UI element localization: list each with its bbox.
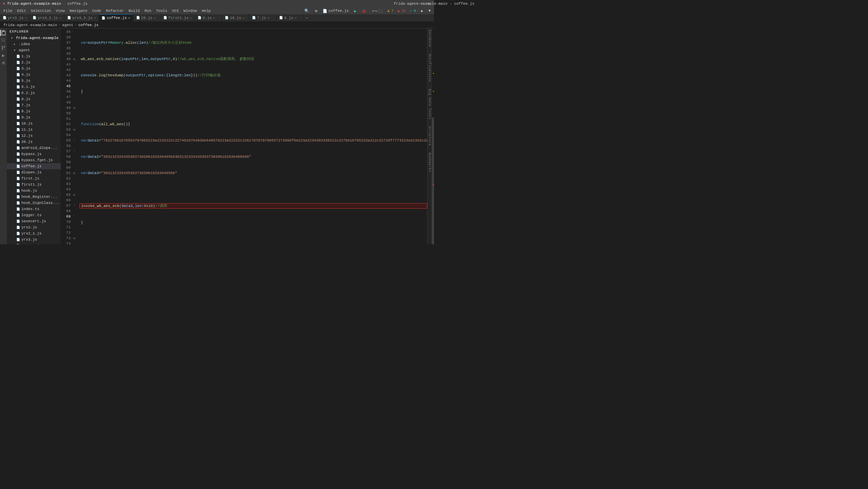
fold-arrow-61[interactable]: ⊟ (73, 171, 75, 175)
sidebar-item-11js[interactable]: 📄 11.js (7, 127, 61, 133)
menu-view[interactable]: View (54, 8, 67, 14)
run-button[interactable]: ▶ (352, 8, 359, 14)
tab-close-9[interactable]: ✕ (213, 16, 215, 20)
tab-close-yrx3[interactable]: ✕ (25, 16, 27, 20)
sidebar-item-hook[interactable]: 📄 hook.js (7, 188, 61, 194)
menu-help[interactable]: Help (200, 8, 213, 14)
settings-icon[interactable]: ⚙ (313, 8, 319, 14)
structure-label[interactable]: Structure (428, 126, 431, 146)
fold-arrow-40[interactable]: ⊟ (73, 57, 75, 61)
sidebar-item-first[interactable]: 📄 first.js (7, 175, 61, 182)
sidebar-item-20js[interactable]: 📄 20.js (7, 139, 61, 145)
toolbar-icons[interactable]: ↩↪⬛ (370, 8, 384, 14)
sidebar-item-hook-sign[interactable]: 📄 hook_SignClass... (7, 200, 61, 206)
fold-arrow-53[interactable]: ⊟ (73, 128, 75, 132)
menu-run[interactable]: Run (143, 8, 153, 14)
menu-code[interactable]: Code (90, 8, 103, 14)
tab-close-first1[interactable]: ✕ (190, 16, 192, 20)
sidebar-item-idea[interactable]: ▸ .idea (7, 41, 61, 47)
bookmarks-label[interactable]: Bookmarks (428, 153, 431, 172)
menu-window[interactable]: Window (181, 8, 199, 14)
code-content[interactable]: var outputPtr = Memory.alloc(len) //输出内存… (78, 29, 427, 244)
tab-overflow-menu[interactable]: ⋯ (304, 16, 310, 20)
code-editor[interactable]: 35 36 37 38 39 40 41 42 43 44 45 46 47 4… (61, 29, 434, 244)
sidebar-item-agent[interactable]: ▾ agent (7, 47, 61, 53)
fold-arrow-73[interactable]: ⊟ (73, 237, 75, 240)
run-debug-icon[interactable]: ▶ (0, 52, 6, 58)
menu-selection[interactable]: Selection (29, 8, 53, 14)
explorer-icon[interactable] (0, 30, 6, 36)
sidebar-item-9js[interactable]: 📄 9.js (7, 114, 61, 120)
tab-close-10[interactable]: ✕ (242, 16, 245, 20)
search-everywhere-icon[interactable]: 🔍 (302, 8, 311, 14)
tab-10[interactable]: 📄 10.js ✕ (222, 14, 249, 22)
sidebar-item-61js[interactable]: 📄 6.1.js (7, 84, 61, 90)
sidebar-item-bypass[interactable]: 📄 bypass.js (7, 151, 61, 157)
scrollbar-thumb[interactable] (432, 117, 434, 244)
sidebar-item-12js[interactable]: 📄 12.js (7, 133, 61, 139)
fold-arrow-49[interactable]: ⊟ (73, 106, 75, 110)
fold-arrow-65[interactable]: ⊟ (73, 193, 75, 197)
scrollbar[interactable] (431, 29, 434, 244)
tab-first1[interactable]: 📄 first1.js ✕ (161, 14, 195, 22)
collapse-icon[interactable]: ▼ (426, 8, 433, 14)
sidebar-item-yrx2-1[interactable]: 📄 yrx2_1.js (7, 230, 61, 237)
tab-close-yrx3_3[interactable]: ✕ (94, 16, 96, 20)
sidebar-item-savecert[interactable]: 📄 savecert.js (7, 218, 61, 224)
big-data-tools-label[interactable]: Big Data Tools (428, 89, 431, 119)
menu-build[interactable]: Build (127, 8, 142, 14)
sidebar-item-2js[interactable]: 📄 2.js (7, 59, 61, 65)
tab-9[interactable]: 📄 9.js ✕ (195, 14, 222, 22)
fold-end-67[interactable]: └ (73, 204, 75, 207)
tab-20[interactable]: 📄 20.js ✕ (133, 14, 161, 22)
tab-close-8[interactable]: ✕ (294, 16, 296, 20)
debug-button[interactable]: 🐞 (360, 8, 368, 14)
sidebar-item-index-ts[interactable]: 📄 index.ts (7, 206, 61, 212)
sidebar-item-3js[interactable]: 📄 3.js (7, 65, 61, 72)
tab-close-7[interactable]: ✕ (267, 16, 269, 20)
tab-close-20[interactable]: ✕ (154, 16, 156, 20)
sidebar-item-8js[interactable]: 📄 8.js (7, 108, 61, 114)
sidebar-item-first1[interactable]: 📄 first1.js (7, 182, 61, 188)
sidebar-item-coffee[interactable]: 📄 coffee.js (7, 163, 61, 169)
sidebar-item-logger-ts[interactable]: 📄 logger.ts (7, 212, 61, 218)
breadcrumb-file[interactable]: coffee.js (78, 23, 98, 27)
search-icon[interactable] (0, 37, 6, 43)
sidebar-item-5js[interactable]: 📄 5.js (7, 78, 61, 84)
sidebar-item-62js[interactable]: 📄 6.2.js (7, 90, 61, 96)
tab-8[interactable]: 📄 8.js ✕ (276, 14, 304, 22)
menu-tools[interactable]: Tools (154, 8, 169, 14)
sidebar-item-frida-agent[interactable]: ▾ frida-agent-example (7, 35, 61, 41)
fold-end-57[interactable]: └ (73, 150, 75, 153)
tab-yrx3_2[interactable]: 📄 yrx3_2.js ✕ (30, 14, 64, 22)
sidebar-item-bypass-fget[interactable]: 📄 bypass_fget.js (7, 157, 61, 163)
tab-close-coffee[interactable]: ✕ (128, 16, 130, 20)
sidebar-item-yrx2[interactable]: 📄 yrx2.js (7, 224, 61, 230)
notifications-label[interactable]: Notifications (428, 54, 431, 82)
menu-vcs[interactable]: VCS (170, 8, 181, 14)
sidebar-item-hook-register[interactable]: 📄 hook_Register... (7, 194, 61, 200)
fold-end-69[interactable]: └ (73, 215, 75, 218)
tab-yrx3[interactable]: 📄 yrx3.js ✕ (0, 14, 30, 22)
menu-file[interactable]: File (1, 8, 14, 14)
sidebar-item-10js[interactable]: 📄 10.js (7, 120, 61, 127)
tab-close-yrx3_2[interactable]: ✕ (59, 16, 61, 20)
menu-refactor[interactable]: Refactor (104, 8, 126, 14)
tab-7[interactable]: 📄 7.js ✕ (249, 14, 276, 22)
sidebar-item-yrx3-2[interactable]: 📄 yrx3_2.js (7, 243, 61, 244)
tab-coffee[interactable]: 📄 coffee.js ✕ (99, 14, 133, 22)
menu-edit[interactable]: Edit (15, 8, 28, 14)
sidebar-item-7js[interactable]: 📄 7.js (7, 102, 61, 108)
database-label[interactable]: Database (428, 30, 431, 47)
sidebar-item-4js[interactable]: 📄 4.js (7, 72, 61, 78)
breadcrumb-project[interactable]: frida-agent-example-main (3, 23, 57, 27)
sidebar-item-dlopen[interactable]: 📄 dlopen.js (7, 169, 61, 175)
sidebar-item-1js[interactable]: 📄 1.js (7, 53, 61, 59)
sidebar-item-android[interactable]: 📄 android_dlope... (7, 145, 61, 151)
tab-yrx3_3[interactable]: 📄 yrx3_3.js ✕ (65, 14, 99, 22)
breadcrumb-agent[interactable]: agent (62, 23, 73, 27)
menu-navigate[interactable]: Navigate (68, 8, 90, 14)
sidebar-item-yrx3[interactable]: 📄 yrx3.js (7, 237, 61, 243)
expand-icon[interactable]: ▲ (419, 8, 425, 14)
sidebar-item-6js[interactable]: 📄 6.js (7, 96, 61, 102)
